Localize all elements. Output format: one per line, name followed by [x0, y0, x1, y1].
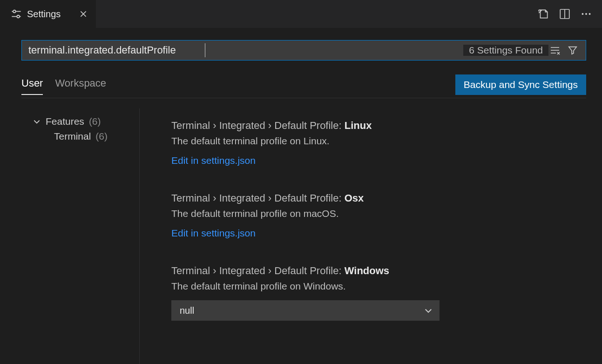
toc-item-terminal[interactable]: Terminal (6)	[33, 129, 139, 144]
toc-group-features[interactable]: Features (6)	[33, 114, 139, 129]
edit-in-settings-json-link[interactable]: Edit in settings.json	[171, 155, 256, 166]
toc-group-label: Features	[46, 116, 84, 127]
settings-results-count: 6 Settings Found	[463, 45, 548, 56]
setting-title: Terminal › Integrated › Default Profile:…	[171, 120, 581, 132]
open-settings-json-icon[interactable]	[537, 7, 550, 20]
setting-default-profile-linux: Terminal › Integrated › Default Profile:…	[171, 120, 581, 166]
setting-description: The default terminal profile on Linux.	[171, 135, 581, 147]
svg-point-1	[13, 10, 16, 13]
svg-point-9	[585, 13, 587, 15]
setting-path: Terminal › Integrated › Default Profile:	[171, 120, 342, 131]
settings-list: Terminal › Integrated › Default Profile:…	[140, 108, 586, 364]
select-value: null	[180, 305, 194, 316]
edit-in-settings-json-link[interactable]: Edit in settings.json	[171, 228, 256, 238]
clear-search-icon[interactable]	[548, 44, 561, 57]
setting-description: The default terminal profile on Windows.	[171, 281, 581, 292]
setting-leaf: Osx	[345, 192, 364, 204]
close-icon[interactable]	[79, 10, 88, 18]
setting-leaf: Linux	[345, 120, 372, 131]
chevron-down-icon	[33, 117, 41, 126]
chevron-down-icon	[424, 306, 433, 315]
setting-path: Terminal › Integrated › Default Profile:	[171, 192, 342, 204]
text-caret	[205, 43, 205, 57]
svg-point-10	[589, 13, 591, 15]
settings-sliders-icon	[11, 9, 21, 19]
toc-group-count: (6)	[89, 116, 101, 127]
setting-title: Terminal › Integrated › Default Profile:…	[171, 192, 581, 204]
settings-toc: Features (6) Terminal (6)	[21, 108, 140, 364]
more-actions-icon[interactable]	[580, 7, 593, 20]
setting-description: The default terminal profile on macOS.	[171, 208, 581, 219]
editor-tab-bar: Settings	[0, 0, 602, 28]
svg-point-3	[17, 15, 20, 18]
backup-sync-settings-button[interactable]: Backup and Sync Settings	[455, 74, 586, 95]
editor-actions	[528, 0, 602, 28]
settings-search-input[interactable]	[22, 40, 463, 60]
setting-leaf: Windows	[345, 265, 389, 276]
tab-settings[interactable]: Settings	[0, 0, 96, 28]
setting-title: Terminal › Integrated › Default Profile:…	[171, 265, 581, 277]
setting-default-profile-windows: Terminal › Integrated › Default Profile:…	[171, 265, 581, 321]
toc-item-count: (6)	[95, 131, 108, 142]
svg-point-8	[582, 13, 583, 15]
settings-search: 6 Settings Found	[21, 40, 586, 61]
setting-path: Terminal › Integrated › Default Profile:	[171, 265, 342, 276]
tab-label: Settings	[27, 9, 61, 20]
settings-scope-row: User Workspace Backup and Sync Settings	[21, 74, 586, 98]
scope-tab-workspace[interactable]: Workspace	[55, 77, 106, 95]
toc-item-label: Terminal	[54, 131, 91, 142]
filter-icon[interactable]	[566, 44, 579, 57]
default-profile-windows-select[interactable]: null	[171, 300, 440, 321]
scope-tab-user[interactable]: User	[21, 77, 43, 95]
split-editor-icon[interactable]	[558, 7, 571, 20]
setting-default-profile-osx: Terminal › Integrated › Default Profile:…	[171, 192, 581, 239]
